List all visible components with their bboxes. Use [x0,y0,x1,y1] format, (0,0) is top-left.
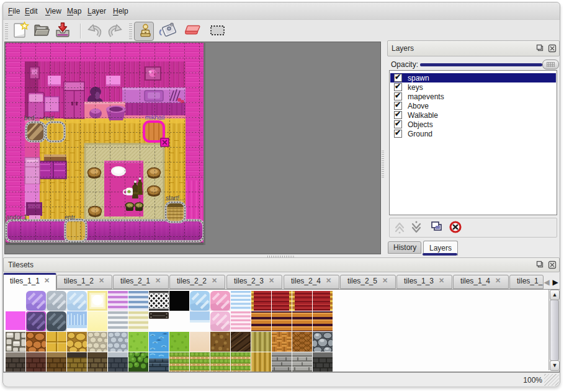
svg-text:bed: bed [24,115,35,122]
svg-text:start!...: start!... [166,195,185,202]
svg-text:mikhail: mikhail [145,114,164,121]
svg-text:andor:1: andor:1 [6,214,27,221]
svg-text:entr....: entr.... [65,214,82,221]
svg-text:rest: rest [43,115,54,122]
